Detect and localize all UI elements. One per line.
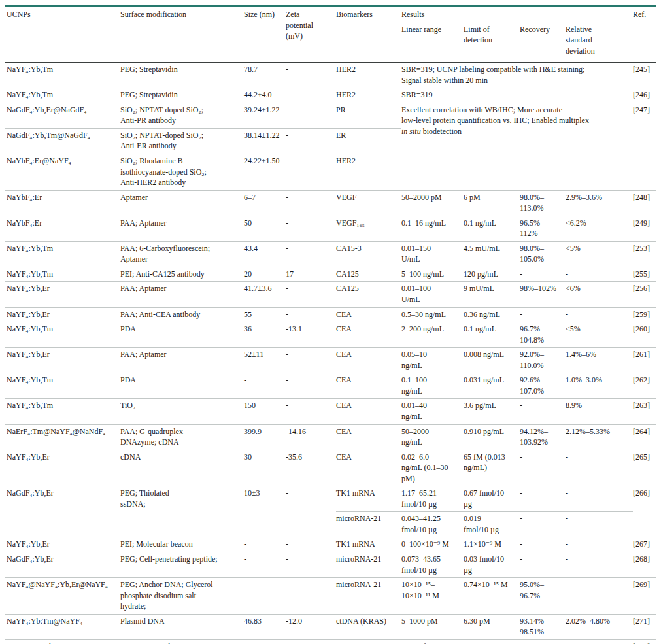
cell-rsd: - xyxy=(566,450,633,486)
cell-rsd: 2.02%–4.80% xyxy=(566,614,633,639)
cell-biomarker: HER2 xyxy=(336,154,401,191)
cell-zeta: - xyxy=(286,88,336,103)
cell-linear-range: 1.17–65.21 fmol/10 µg xyxy=(401,486,464,512)
cell-rsd: - xyxy=(566,267,633,282)
cell-lod: 0.1 ng/mL xyxy=(464,322,520,348)
cell-rsd: 8.9% xyxy=(566,399,633,424)
cell-ucnps: NaYF₄:Yb,Er xyxy=(5,537,120,552)
cell-lod: 65 fM (0.013 ng/mL) xyxy=(464,450,520,486)
col-header-results: Results xyxy=(401,7,633,22)
cell-rsd: <5% xyxy=(566,322,633,348)
cell-biomarker: CA15-3 xyxy=(336,241,401,267)
cell-zeta: - xyxy=(286,578,336,615)
cell-zeta: 17 xyxy=(286,267,336,282)
cell-surface: Plasmid DNA xyxy=(120,614,244,639)
cell-biomarker: ER xyxy=(336,128,401,154)
cell-size: 150 xyxy=(244,399,286,424)
table-row: NaGdF₄:Yb,Er PEG; Thiolated ssDNA; 10±3 … xyxy=(5,486,656,512)
cell-surface: PEG; Anchor DNA; Glycerol phosphate diso… xyxy=(120,578,244,615)
cell-linear-range: 5–100 ng/mL xyxy=(401,267,464,282)
cell-linear-range: 0.5–30 ng/mL xyxy=(401,307,464,322)
cell-ref: [245] xyxy=(633,63,656,88)
cell-rsd: - xyxy=(566,486,633,512)
cell-surface: SiO₂; DNA probe xyxy=(120,639,244,644)
cell-lod: 0.36 ng/mL xyxy=(464,307,520,322)
cell-rsd: <6.2% xyxy=(566,216,633,241)
cell-ucnps: NaGdF₄:Yb,Er@NaGdF₄ xyxy=(5,103,120,128)
cell-surface: PAA; G-quadruplex DNAzyme; cDNA xyxy=(120,424,244,450)
cell-lod: 3.6 pg/mL xyxy=(464,399,520,424)
col-header-size: Size (nm) xyxy=(244,7,286,63)
cell-zeta: -35.6 xyxy=(286,450,336,486)
cell-biomarker: VEGF xyxy=(336,190,401,216)
cell-ucnps: NaYF₄@NaYF₄:Yb,Er@NaYF₄ xyxy=(5,578,120,615)
cell-biomarker: CEA xyxy=(336,307,401,322)
cell-surface: SiO₂; NPTAT-doped SiO₂; Anti-ER antibody xyxy=(120,128,244,154)
cell-size: 60 xyxy=(244,639,286,644)
cell-ref: [269] xyxy=(633,578,656,615)
cell-lod: 0.031 ng/mL xyxy=(464,373,520,399)
table-header: UCNPs Surface modification Size (nm) Zet… xyxy=(5,7,656,63)
table-row: NaErF₄:Tm@NaYF₄@NaNdF₄ PAA; G-quadruplex… xyxy=(5,424,656,450)
cell-zeta: - xyxy=(286,63,336,88)
cell-biomarker: CEA xyxy=(336,450,401,486)
cell-ref: [264] xyxy=(633,424,656,450)
cell-zeta: - xyxy=(286,216,336,241)
cell-ref: [256] xyxy=(633,282,656,307)
cell-ref: [253] xyxy=(633,241,656,267)
cell-lod: 0.008 ng/mL xyxy=(464,348,520,373)
cell-size: 39.24±1.22 xyxy=(244,103,286,128)
cell-size: 52±11 xyxy=(244,348,286,373)
cell-size: - xyxy=(244,537,286,552)
cell-surface: cDNA xyxy=(120,450,244,486)
cell-surface: PAA; Aptamer xyxy=(120,348,244,373)
cell-rsd: - xyxy=(566,512,633,537)
col-header-linear-range: Linear range xyxy=(401,22,464,63)
cell-ref: [261] xyxy=(633,348,656,373)
cell-ucnps: NaYF₄:Yb:Tm@NaYF₄ xyxy=(5,614,120,639)
cell-lod: 1 nM xyxy=(464,639,520,644)
cell-biomarker: CEA xyxy=(336,373,401,399)
cell-ref: [247] xyxy=(633,103,656,190)
cell-lod: 0.019 fmol/10 µg xyxy=(464,512,520,537)
cell-results-merged: Excellent correlation with WB/IHC; More … xyxy=(401,103,633,190)
cell-size: 46.83 xyxy=(244,614,286,639)
cell-lod: 0.67 fmol/10 µg xyxy=(464,486,520,512)
cell-recovery: - xyxy=(520,639,566,644)
table-row: NaYF₄:Yb,Er PAA; Anti-CEA antibody 55 - … xyxy=(5,307,656,322)
col-header-ref: Ref. xyxy=(633,7,656,63)
cell-recovery: 98.0%– 113.0% xyxy=(520,190,566,216)
cell-lod: 0.910 pg/mL xyxy=(464,424,520,450)
cell-size: 44.2±4.0 xyxy=(244,88,286,103)
cell-ucnps: NaYF₄:Yb,Tm xyxy=(5,63,120,88)
cell-surface: PAA; 6-Carboxyfluorescein; Aptamer xyxy=(120,241,244,267)
cell-lod: 1.1×10⁻⁹ M xyxy=(464,537,520,552)
cell-size: 55 xyxy=(244,307,286,322)
table-row: NaYF₄:Yb,Er PAA; Aptamer 52±11 - CEA 0.0… xyxy=(5,348,656,373)
cell-biomarker: TK1 mRNA xyxy=(336,537,401,552)
cell-biomarker: CEA xyxy=(336,399,401,424)
cell-surface: PAA; Aptamer xyxy=(120,282,244,307)
cell-zeta: - xyxy=(286,103,336,128)
cell-surface: SiO₂; NPTAT-doped SiO₂; Anti-PR antibody xyxy=(120,103,244,128)
cell-size: 43.4 xyxy=(244,241,286,267)
ucnp-biomarker-table-wrap: UCNPs Surface modification Size (nm) Zet… xyxy=(5,5,656,644)
cell-recovery: 92.6%– 107.0% xyxy=(520,373,566,399)
cell-biomarker: CEA xyxy=(336,348,401,373)
cell-zeta: - xyxy=(286,639,336,644)
header-row-main: UCNPs Surface modification Size (nm) Zet… xyxy=(5,7,656,22)
cell-zeta: -14.16 xyxy=(286,424,336,450)
cell-size: 399.9 xyxy=(244,424,286,450)
cell-recovery: - xyxy=(520,537,566,552)
cell-ucnps: NaYF₄:Yb,Er xyxy=(5,348,120,373)
cell-recovery: - xyxy=(520,267,566,282)
cell-lod: 120 pg/mL xyxy=(464,267,520,282)
cell-linear-range: 0.02–6.0 ng/mL (0.1–30 pM) xyxy=(401,450,464,486)
cell-zeta: - xyxy=(286,128,336,154)
cell-lod: 9 mU/mL xyxy=(464,282,520,307)
col-header-biomarkers: Biomarkers xyxy=(336,7,401,63)
cell-ucnps: NaYbF₄:Er xyxy=(5,216,120,241)
cell-ucnps: NaYF₄:Yb,Tm xyxy=(5,373,120,399)
cell-recovery: 92.0%– 110.0% xyxy=(520,348,566,373)
cell-rsd: - xyxy=(566,639,633,644)
